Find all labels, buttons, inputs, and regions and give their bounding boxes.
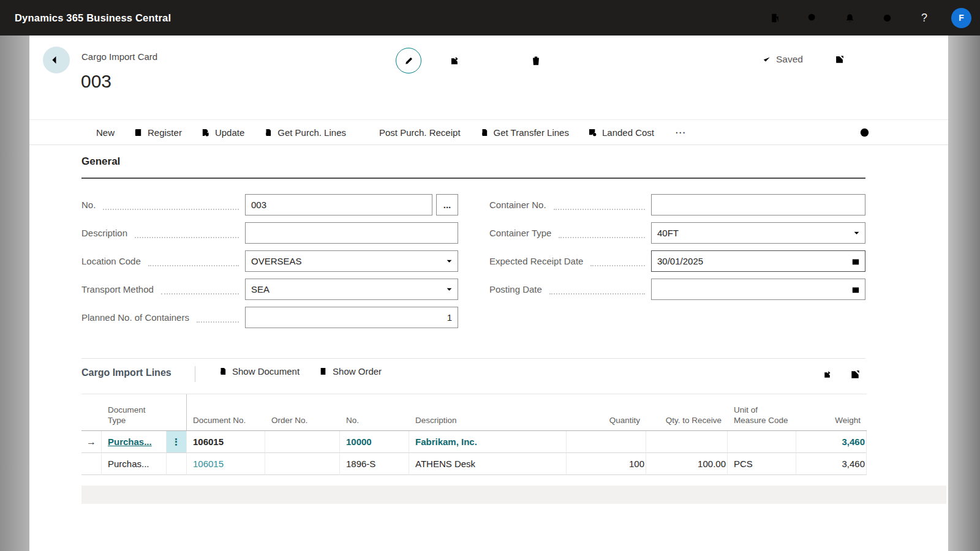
field-label: Expected Receipt Date <box>489 256 583 266</box>
dotted-leader <box>554 209 645 210</box>
planned-containers-input[interactable] <box>245 307 458 328</box>
cell-document-no[interactable]: 106015 <box>187 453 265 475</box>
page-scrollbar[interactable] <box>948 36 980 551</box>
column-header-order-no[interactable]: Order No. <box>265 415 340 430</box>
cell-document-type[interactable]: Purchas... <box>102 431 167 453</box>
selected-row-marker[interactable]: → <box>81 431 102 453</box>
sparkle-burst-icon <box>81 127 92 138</box>
company-hub-icon[interactable] <box>764 7 785 28</box>
no-assist-button[interactable]: ... <box>436 194 458 216</box>
container-type-input[interactable] <box>651 222 865 244</box>
field-transport-method: Transport Method <box>81 279 458 300</box>
column-header-description[interactable]: Description <box>409 415 567 430</box>
column-header-unit-of-measure[interactable]: Unit of Measure Code <box>728 405 796 430</box>
column-header-weight[interactable]: Weight <box>796 415 867 430</box>
help-icon[interactable]: ? <box>914 7 935 28</box>
cell-weight[interactable]: 3,460 <box>796 453 867 475</box>
cell-unit-of-measure[interactable] <box>728 431 796 453</box>
marker-column-header <box>81 426 102 430</box>
show-order-button[interactable]: Show Order <box>318 366 382 377</box>
document-arrow-icon <box>479 127 489 138</box>
row-menu-cell[interactable] <box>167 453 187 475</box>
cell-no[interactable]: 10000 <box>340 431 409 453</box>
container-no-input[interactable] <box>651 194 865 216</box>
posting-date-input[interactable] <box>651 279 865 300</box>
cell-quantity[interactable]: 100 <box>567 453 646 475</box>
cell-qty-to-receive[interactable] <box>646 431 728 453</box>
open-in-new-window-icon[interactable] <box>834 54 845 65</box>
table-row-selected: → Purchas... ⋮ 106015 10000 Fabrikam, In… <box>81 431 867 453</box>
row-menu-icon[interactable]: ⋮ <box>167 431 187 453</box>
order-document-icon <box>318 366 328 377</box>
cell-unit-of-measure[interactable]: PCS <box>728 453 796 475</box>
cell-weight[interactable]: 3,460 <box>796 431 867 453</box>
dotted-leader <box>590 265 645 266</box>
chevron-down-icon[interactable] <box>445 285 453 293</box>
back-button[interactable] <box>43 47 70 73</box>
cell-order-no[interactable] <box>265 453 340 475</box>
table-header-row: Document Type Document No. Order No. No.… <box>81 394 867 431</box>
column-header-document-no[interactable]: Document No. <box>187 415 265 430</box>
action-new[interactable]: New <box>81 127 115 138</box>
cell-order-no[interactable] <box>265 431 340 453</box>
column-header-quantity[interactable]: Quantity <box>567 415 646 430</box>
cell-document-type[interactable]: Purchas... <box>102 453 167 475</box>
description-input[interactable] <box>245 222 458 244</box>
column-header-no[interactable]: No. <box>340 415 409 430</box>
share-icon[interactable] <box>448 54 462 67</box>
save-status: Saved <box>762 54 803 65</box>
action-landed-cost[interactable]: Landed Cost <box>587 127 654 138</box>
share-icon[interactable] <box>822 369 834 380</box>
open-lines-in-new-window-icon[interactable] <box>850 369 861 380</box>
cell-no[interactable]: 1896-S <box>340 453 409 475</box>
more-actions-button[interactable]: ⋯ <box>673 126 688 139</box>
chevron-down-icon[interactable] <box>853 229 861 237</box>
action-bar: New Register Update Get Purch. Lines Pos… <box>29 119 948 145</box>
settings-gear-icon[interactable] <box>876 7 897 28</box>
row-marker[interactable] <box>81 453 102 475</box>
location-code-input[interactable] <box>245 250 458 272</box>
dotted-leader <box>135 237 239 238</box>
expected-receipt-date-input[interactable] <box>651 250 865 272</box>
cell-document-no[interactable]: 106015 <box>187 431 265 453</box>
edit-pencil-icon[interactable] <box>396 48 421 73</box>
new-document-plus-icon[interactable] <box>489 54 502 67</box>
page-title: 003 <box>81 71 111 92</box>
calendar-icon[interactable] <box>851 285 861 294</box>
app-title: Dynamics 365 Business Central <box>15 12 171 24</box>
document-arrow-icon <box>263 127 273 138</box>
cargo-import-lines-table: Document Type Document No. Order No. No.… <box>81 394 867 475</box>
no-input[interactable] <box>245 194 432 216</box>
action-register[interactable]: Register <box>133 127 182 138</box>
action-post-purch-receipt[interactable]: Post Purch. Receipt <box>364 127 461 138</box>
field-label: Transport Method <box>81 284 154 294</box>
field-container-type: Container Type <box>489 222 865 244</box>
calendar-icon[interactable] <box>851 257 861 266</box>
field-label: Location Code <box>81 256 141 266</box>
cell-quantity[interactable] <box>567 431 646 453</box>
field-expected-receipt-date: Expected Receipt Date <box>489 250 865 272</box>
cargo-import-lines-title: Cargo Import Lines <box>81 367 172 378</box>
chevron-down-icon[interactable] <box>445 257 453 265</box>
row-menu-column-header <box>167 394 187 430</box>
action-get-purch-lines[interactable]: Get Purch. Lines <box>263 127 346 138</box>
vertical-divider <box>195 366 195 382</box>
dotted-leader <box>103 209 239 210</box>
collapse-icon[interactable] <box>861 54 872 65</box>
action-get-transfer-lines[interactable]: Get Transfer Lines <box>479 127 569 138</box>
column-header-document-type[interactable]: Document Type <box>102 405 167 430</box>
cell-description[interactable]: ATHENS Desk <box>409 453 567 475</box>
show-document-button[interactable]: Show Document <box>217 366 300 377</box>
search-icon[interactable] <box>802 7 823 28</box>
transport-method-input[interactable] <box>245 279 458 300</box>
user-avatar[interactable]: F <box>951 8 971 28</box>
dotted-leader <box>559 237 645 238</box>
info-circle-icon[interactable] <box>859 127 870 138</box>
cell-description[interactable]: Fabrikam, Inc. <box>409 431 567 453</box>
book-icon <box>133 127 143 138</box>
delete-trash-icon[interactable] <box>529 54 543 67</box>
cell-qty-to-receive[interactable]: 100.00 <box>646 453 728 475</box>
notifications-bell-icon[interactable] <box>839 7 860 28</box>
column-header-qty-to-receive[interactable]: Qty. to Receive <box>646 415 728 430</box>
action-update[interactable]: Update <box>200 127 244 138</box>
